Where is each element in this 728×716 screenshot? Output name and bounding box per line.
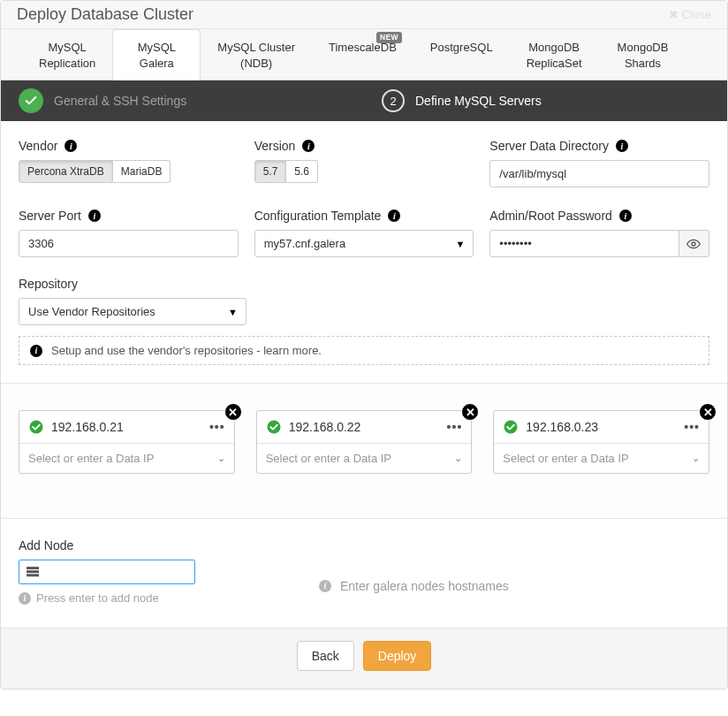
svg-point-1 xyxy=(30,421,43,434)
version-option-5-7[interactable]: 5.7 xyxy=(254,160,287,183)
repository-label: Repository xyxy=(19,277,709,291)
modal-footer: Back Deploy xyxy=(1,628,727,689)
modal-header: Deploy Database Cluster ✖ Close xyxy=(1,1,727,29)
info-icon: i xyxy=(319,580,331,592)
node-ip: 192.168.0.23 xyxy=(526,420,677,434)
password-label: Admin/Root Password i xyxy=(489,209,709,223)
info-icon[interactable]: i xyxy=(616,140,628,152)
label-text: Server Data Directory xyxy=(489,139,609,153)
back-button[interactable]: Back xyxy=(297,641,354,671)
modal-title: Deploy Database Cluster xyxy=(17,5,193,24)
node-ip: 192.168.0.21 xyxy=(51,420,202,434)
info-icon[interactable]: i xyxy=(302,140,315,152)
label-text: Repository xyxy=(19,277,78,291)
step-general-ssh[interactable]: General & SSH Settings xyxy=(1,88,364,113)
info-icon: i xyxy=(30,345,42,357)
label-text: Version xyxy=(254,139,296,153)
label-text: Server Port xyxy=(19,209,81,223)
info-icon[interactable]: i xyxy=(388,209,400,222)
chevron-down-icon: ⌄ xyxy=(692,453,700,464)
server-icon xyxy=(27,567,39,577)
field-repository: Repository ▼ i Setup and use the vendor'… xyxy=(19,277,709,365)
hint-text: Setup and use the vendor's repositories … xyxy=(51,344,322,357)
node-menu-button[interactable]: ••• xyxy=(209,420,225,434)
version-options: 5.7 5.6 xyxy=(254,160,318,183)
tab-timescaledb[interactable]: TimescaleDBNEW xyxy=(312,29,413,80)
data-ip-placeholder: Select or enter a Data IP xyxy=(503,452,628,465)
status-ok-icon xyxy=(28,419,44,435)
data-dir-input[interactable] xyxy=(489,160,709,187)
node-card: ✕ 192.168.0.21 ••• Select or enter a Dat… xyxy=(19,410,235,474)
data-ip-placeholder: Select or enter a Data IP xyxy=(28,452,154,465)
nodes-section: ✕ 192.168.0.21 ••• Select or enter a Dat… xyxy=(1,383,727,519)
tab-mongodb-replicaset[interactable]: MongoDB ReplicaSet xyxy=(510,29,599,80)
deploy-button[interactable]: Deploy xyxy=(363,641,432,671)
remove-node-button[interactable]: ✕ xyxy=(224,403,242,421)
info-icon[interactable]: i xyxy=(64,140,77,152)
vendor-option-percona[interactable]: Percona XtraDB xyxy=(19,160,113,183)
data-ip-select[interactable]: Select or enter a Data IP ⌄ xyxy=(19,443,234,473)
password-input[interactable] xyxy=(489,230,679,257)
eye-icon xyxy=(686,237,701,251)
label-text: Admin/Root Password xyxy=(489,209,612,223)
add-node-below-hint: i Press enter to add node xyxy=(19,591,213,605)
check-circle-icon xyxy=(19,88,43,113)
remove-node-button[interactable]: ✕ xyxy=(461,403,479,421)
info-icon[interactable]: i xyxy=(88,209,101,222)
tab-postgresql[interactable]: PostgreSQL xyxy=(413,29,510,80)
config-template-select[interactable]: ▼ xyxy=(254,230,474,257)
add-node-section: Add Node i Press enter to add node i Ent… xyxy=(1,519,727,628)
close-button[interactable]: ✖ Close xyxy=(669,8,711,21)
deploy-cluster-modal: Deploy Database Cluster ✖ Close MySQL Re… xyxy=(0,0,728,689)
data-ip-select[interactable]: Select or enter a Data IP ⌄ xyxy=(494,443,709,473)
form-body: Vendor i Percona XtraDB MariaDB Version … xyxy=(1,121,727,383)
field-vendor: Vendor i Percona XtraDB MariaDB xyxy=(19,139,239,187)
step-define-servers[interactable]: 2 Define MySQL Servers xyxy=(364,89,727,112)
tab-mysql-replication[interactable]: MySQL Replication xyxy=(22,29,112,80)
repository-hint: i Setup and use the vendor's repositorie… xyxy=(19,336,709,365)
cluster-type-tabs: MySQL ReplicationMySQL GaleraMySQL Clust… xyxy=(1,29,727,80)
add-node-input[interactable] xyxy=(19,560,195,584)
data-ip-placeholder: Select or enter a Data IP xyxy=(266,452,391,465)
svg-point-3 xyxy=(504,421,518,434)
data-ip-select[interactable]: Select or enter a Data IP ⌄ xyxy=(257,443,472,473)
label-text: Vendor xyxy=(19,139,57,153)
add-node-label: Add Node xyxy=(19,538,213,552)
vendor-label: Vendor i xyxy=(19,139,239,153)
field-config-template: Configuration Template i ▼ xyxy=(254,209,474,257)
tab-mongodb-shards[interactable]: MongoDB Shards xyxy=(599,29,687,80)
steps-bar: General & SSH Settings 2 Define MySQL Se… xyxy=(1,80,727,121)
field-version: Version i 5.7 5.6 xyxy=(254,139,474,187)
svg-rect-6 xyxy=(27,574,39,576)
reveal-password-button[interactable] xyxy=(679,230,709,257)
server-port-input[interactable] xyxy=(19,230,239,257)
info-icon[interactable]: i xyxy=(619,209,632,222)
version-option-5-6[interactable]: 5.6 xyxy=(286,160,318,183)
remove-node-button[interactable]: ✕ xyxy=(699,403,717,421)
new-badge: NEW xyxy=(376,32,402,43)
chevron-down-icon: ⌄ xyxy=(217,453,225,464)
repository-value[interactable] xyxy=(19,298,246,325)
step-number-badge: 2 xyxy=(382,89,405,112)
svg-rect-5 xyxy=(27,570,39,573)
info-icon: i xyxy=(19,592,31,605)
repository-select[interactable]: ▼ xyxy=(19,298,246,325)
svg-rect-4 xyxy=(27,567,39,569)
tab-mysql-cluster-ndb[interactable]: MySQL Cluster (NDB) xyxy=(201,29,312,80)
label-text: Configuration Template xyxy=(254,209,382,223)
data-dir-label: Server Data Directory i xyxy=(489,139,709,153)
tab-mysql-galera[interactable]: MySQL Galera xyxy=(112,29,201,80)
close-icon: ✖ xyxy=(669,8,679,21)
step-label: Define MySQL Servers xyxy=(415,94,542,108)
node-ip: 192.168.0.22 xyxy=(289,420,440,434)
vendor-option-mariadb[interactable]: MariaDB xyxy=(113,160,171,183)
field-server-port: Server Port i xyxy=(19,209,239,257)
hint-text: Press enter to add node xyxy=(36,591,159,605)
node-menu-button[interactable]: ••• xyxy=(684,420,700,434)
node-card: ✕ 192.168.0.23 ••• Select or enter a Dat… xyxy=(493,410,709,474)
node-card: ✕ 192.168.0.22 ••• Select or enter a Dat… xyxy=(256,410,473,474)
step-label: General & SSH Settings xyxy=(54,94,186,108)
vendor-options: Percona XtraDB MariaDB xyxy=(19,160,171,183)
node-menu-button[interactable]: ••• xyxy=(447,420,463,434)
config-template-value[interactable] xyxy=(254,230,474,257)
